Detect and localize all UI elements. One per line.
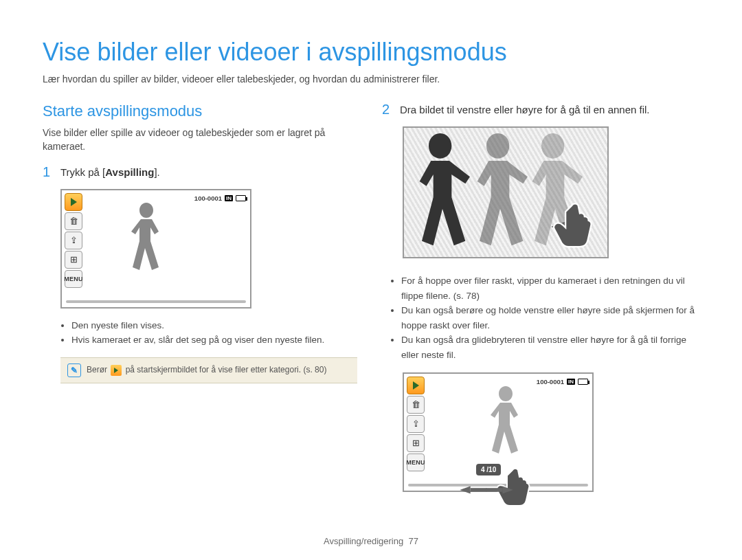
shot-status-bar: 100-0001 IN — [537, 378, 588, 385]
battery-icon — [236, 195, 246, 201]
step-1: 1 Trykk på [Avspilling]. — [43, 165, 360, 179]
note-icon: ✎ — [67, 363, 81, 377]
trash-icon[interactable]: 🗑 — [65, 212, 82, 230]
list-item: Du kan også dra glidebryteren til venstr… — [401, 333, 699, 362]
play-icon[interactable] — [65, 193, 82, 211]
right-column: 2 Dra bildet til venstre eller høyre for… — [382, 102, 699, 502]
step-pre: Trykk på [ — [60, 166, 105, 178]
footer-section: Avspilling/redigering — [324, 536, 403, 546]
list-item: For å hoppe over filer raskt, vipper du … — [401, 273, 699, 303]
list-item: Du kan også berøre og holde venstre elle… — [401, 303, 699, 333]
footer-page-number: 77 — [408, 536, 418, 546]
note-text: Berør på startskjermbildet for å vise fi… — [87, 365, 326, 376]
list-item: Hvis kameraet er av, slår det seg på og … — [71, 333, 360, 348]
section-heading: Starte avspillingsmodus — [43, 102, 360, 120]
person-silhouette — [486, 386, 528, 475]
swipe-demo-image — [403, 126, 609, 258]
grid-icon[interactable]: ⊞ — [65, 251, 82, 269]
menu-button[interactable]: MENU — [407, 453, 425, 471]
step-post: ]. — [154, 166, 159, 178]
step-number: 1 — [43, 165, 54, 179]
arrow-right-icon — [502, 486, 513, 493]
grid-icon[interactable]: ⊞ — [407, 434, 425, 452]
share-icon[interactable]: ⇪ — [65, 232, 82, 249]
camera-screenshot-2: 🗑 ⇪ ⊞ MENU 100-0001 IN 4 /10 — [403, 372, 594, 492]
play-icon[interactable] — [407, 377, 425, 394]
content-columns: Starte avspillingsmodus Vise bilder elle… — [43, 102, 699, 502]
step-2: 2 Dra bildet til venstre eller høyre for… — [382, 102, 699, 117]
share-icon[interactable]: ⇪ — [407, 415, 425, 433]
storage-badge: IN — [225, 195, 233, 201]
camera-screenshot-1: 🗑 ⇪ ⊞ MENU 100-0001 IN — [60, 189, 251, 309]
arrow-left-icon — [460, 486, 470, 493]
page-footer: Avspilling/redigering 77 — [0, 536, 742, 546]
step-number: 2 — [382, 102, 393, 117]
note-post: på startskjermbildet for å vise filer et… — [126, 365, 327, 374]
shot-toolbar: 🗑 ⇪ ⊞ MENU — [65, 193, 82, 288]
shot-status-bar: 100-0001 IN — [194, 194, 246, 202]
note-box: ✎ Berør på startskjermbildet for å vise … — [60, 357, 357, 383]
step-1-text: Trykk på [Avspilling]. — [60, 165, 160, 179]
person-silhouette — [127, 203, 168, 292]
section-description: Vise bilder eller spille av videoer og t… — [43, 126, 360, 154]
page-title: Vise bilder eller videoer i avspillingsm… — [43, 38, 699, 67]
page-intro: Lær hvordan du spiller av bilder, videoe… — [43, 74, 699, 85]
slider-track[interactable] — [66, 300, 246, 303]
step-bold: Avspilling — [105, 166, 154, 178]
battery-icon — [578, 379, 588, 385]
left-column: Starte avspillingsmodus Vise bilder elle… — [43, 102, 360, 502]
play-icon — [111, 365, 122, 376]
shot-toolbar: 🗑 ⇪ ⊞ MENU — [407, 377, 425, 471]
storage-badge: IN — [567, 379, 575, 385]
silhouette-main — [408, 133, 477, 257]
left-bullet-list: Den nyeste filen vises. Hvis kameraet er… — [43, 318, 360, 348]
list-item: Den nyeste filen vises. — [71, 318, 360, 333]
file-code: 100-0001 — [537, 378, 564, 385]
file-code: 100-0001 — [194, 194, 222, 202]
step-2-text: Dra bildet til venstre eller høyre for å… — [400, 102, 650, 117]
right-bullet-list: For å hoppe over filer raskt, vipper du … — [382, 273, 699, 363]
trash-icon[interactable]: 🗑 — [407, 396, 425, 414]
menu-button[interactable]: MENU — [65, 270, 82, 288]
hand-pointer-icon — [550, 201, 600, 251]
note-pre: Berør — [87, 365, 109, 374]
